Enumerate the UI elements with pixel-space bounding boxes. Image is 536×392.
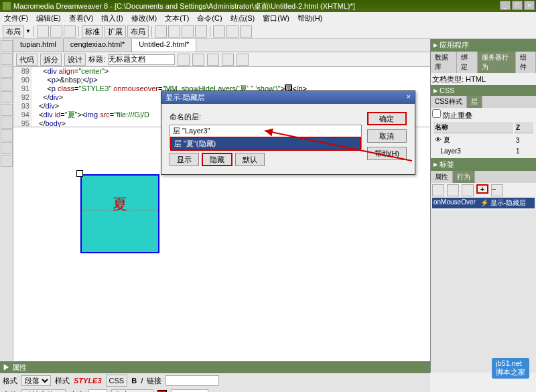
tool-icon[interactable]: [168, 25, 180, 38]
panel-tag-header[interactable]: 标签: [431, 158, 536, 171]
tool-icon[interactable]: [155, 25, 167, 38]
menu-site[interactable]: 站点(S): [230, 13, 255, 23]
behavior-tool-icon[interactable]: [447, 184, 459, 196]
cancel-button[interactable]: 取消: [367, 129, 407, 143]
tool-icon[interactable]: [37, 25, 49, 38]
tool-icon[interactable]: [222, 54, 234, 66]
table-row[interactable]: Layer31: [433, 147, 533, 155]
tool-icon[interactable]: [50, 25, 62, 38]
show-button[interactable]: 显示: [170, 153, 199, 166]
window-titlebar: Macromedia Dreamweaver 8 - [C:\Documents…: [0, 0, 536, 12]
list-item[interactable]: 层 "夏"(隐藏): [170, 137, 361, 151]
behavior-tool-icon[interactable]: [462, 184, 474, 196]
code-tool-icon[interactable]: [1, 142, 13, 154]
ok-button[interactable]: 确定: [367, 112, 407, 125]
menu-file[interactable]: 文件(F): [4, 13, 28, 23]
tool-icon[interactable]: [237, 54, 249, 66]
style-value[interactable]: STYLE3: [74, 377, 102, 385]
layout-button[interactable]: 布局: [127, 25, 149, 38]
add-behavior-button[interactable]: +: [476, 184, 488, 194]
tool-icon[interactable]: [213, 25, 225, 38]
menu-view[interactable]: 查看(V): [69, 13, 94, 23]
default-button[interactable]: 默认: [235, 153, 265, 166]
dialog-titlebar[interactable]: 显示-隐藏层 ×: [161, 91, 415, 104]
code-tool-icon[interactable]: [1, 91, 13, 103]
behavior-row[interactable]: onMouseOver ⚡ 显示-隐藏层: [432, 198, 535, 208]
tool-icon[interactable]: [192, 54, 204, 66]
code-tool-icon[interactable]: [1, 78, 13, 90]
panel-css-header[interactable]: CSS: [431, 85, 536, 96]
split-view-button[interactable]: 拆分: [40, 54, 62, 66]
layout-dropdown[interactable]: 布局: [3, 25, 24, 38]
list-item[interactable]: 层 "Layer3": [170, 125, 361, 137]
code-tool-icon[interactable]: [1, 155, 13, 167]
layer-text[interactable]: 夏: [113, 194, 127, 214]
menu-window[interactable]: 窗口(W): [263, 13, 289, 23]
code-tool-icon[interactable]: [1, 66, 13, 78]
tab-attributes[interactable]: 属性: [431, 171, 453, 183]
code-tool-icon[interactable]: [1, 104, 13, 116]
link-input[interactable]: [165, 375, 219, 386]
hide-button[interactable]: 隐藏: [202, 153, 232, 166]
menu-modify[interactable]: 修改(M): [131, 13, 157, 23]
menu-insert[interactable]: 插入(I): [101, 13, 123, 23]
layer-dash: [82, 210, 158, 211]
tab-tupian[interactable]: tupian.html: [13, 39, 64, 52]
dialog-close-icon[interactable]: ×: [407, 92, 411, 103]
layers-listbox[interactable]: 层 "Layer3" 层 "夏"(隐藏): [170, 125, 362, 149]
panel-app-header[interactable]: 应用程序: [431, 39, 536, 52]
code-tool-icon[interactable]: [1, 129, 13, 141]
menu-commands[interactable]: 命令(C): [197, 13, 222, 23]
tool-icon[interactable]: [64, 25, 76, 38]
expand-button[interactable]: 扩展: [105, 25, 126, 38]
size-unit-select[interactable]: 像素(px): [111, 389, 153, 392]
css-button[interactable]: CSS: [106, 375, 128, 387]
tab-cssstyles[interactable]: CSS样式: [431, 96, 467, 108]
code-tool-icon[interactable]: [1, 117, 13, 129]
tab-layers[interactable]: 层: [467, 96, 482, 108]
design-view-button[interactable]: 设计: [64, 54, 86, 66]
named-layers-label: 命名的层:: [170, 112, 362, 122]
tool-icon[interactable]: [207, 54, 219, 66]
tool-icon[interactable]: [240, 25, 252, 38]
tab-serverbehaviors[interactable]: 服务器行为: [478, 52, 516, 73]
remove-behavior-button[interactable]: −: [491, 184, 503, 196]
tab-behaviors[interactable]: 行为: [453, 171, 475, 183]
layer-box[interactable]: 夏: [80, 174, 159, 253]
title-input[interactable]: [108, 54, 175, 65]
tool-icon[interactable]: [195, 25, 207, 38]
layer-handle-icon[interactable]: [76, 170, 83, 177]
code-tool-icon[interactable]: [1, 53, 13, 65]
tab-database[interactable]: 数据库: [431, 52, 457, 73]
properties-panel: ▶ 属性 格式 段落 样式 STYLE3 CSS B I 链接 字体 默认字体 …: [0, 361, 430, 392]
behavior-tool-icon[interactable]: [432, 184, 444, 196]
tab-bindings[interactable]: 绑定: [457, 52, 478, 73]
standard-button[interactable]: 标准: [82, 25, 103, 38]
help-button[interactable]: 帮助(H): [367, 147, 407, 160]
tab-components[interactable]: 组件: [516, 52, 537, 73]
code-tool-icon[interactable]: [1, 40, 13, 52]
tab-cengtexiao[interactable]: cengtexiao.html*: [64, 39, 132, 52]
menu-edit[interactable]: 编辑(E): [36, 13, 61, 23]
close-button[interactable]: ×: [524, 1, 535, 10]
format-select[interactable]: 段落: [21, 375, 51, 386]
document-toolbar: 代码 拆分 设计 标题:: [13, 52, 430, 67]
color-input[interactable]: [171, 389, 208, 392]
bold-button[interactable]: B: [131, 377, 137, 385]
minimize-button[interactable]: _: [500, 1, 511, 10]
maximize-button[interactable]: □: [512, 1, 523, 10]
tool-icon[interactable]: [182, 25, 194, 38]
size-input[interactable]: [88, 389, 107, 392]
tool-icon[interactable]: [178, 54, 190, 66]
tab-untitled2[interactable]: Untitled-2.html*: [132, 39, 196, 52]
menu-text[interactable]: 文本(T): [165, 13, 189, 23]
menu-help[interactable]: 帮助(H): [297, 13, 322, 23]
table-row[interactable]: 👁 夏3: [433, 135, 533, 145]
show-hide-layers-dialog: 显示-隐藏层 × 命名的层: 层 "Layer3" 层 "夏"(隐藏) 显示 隐…: [161, 90, 415, 175]
properties-header: ▶ 属性: [0, 362, 430, 373]
tool-icon[interactable]: [226, 25, 239, 38]
prevent-overlap-checkbox[interactable]: 防止重叠: [432, 111, 472, 119]
code-view-button[interactable]: 代码: [16, 54, 38, 66]
italic-button[interactable]: I: [141, 377, 143, 385]
font-select[interactable]: 默认字体: [21, 389, 66, 392]
